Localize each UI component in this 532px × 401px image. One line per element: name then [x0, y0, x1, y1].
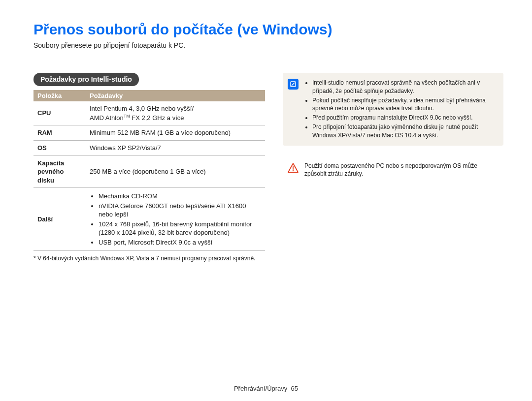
info-icon: [288, 79, 299, 90]
page-footer: Přehrávání/Úpravy 65: [0, 385, 532, 392]
table-row: RAM Minimum 512 MB RAM (1 GB a více dopo…: [33, 125, 265, 141]
footnote-text: * V 64-bitových vydáních Windows XP, Vis…: [33, 255, 265, 263]
svg-point-4: [293, 170, 294, 171]
row-label-cpu: CPU: [33, 101, 86, 125]
page-subtitle: Soubory přenesete po připojení fotoapará…: [33, 41, 503, 49]
row-label-ram: RAM: [33, 125, 86, 141]
list-item: Pro připojení fotoaparátu jako výměnného…: [312, 123, 497, 140]
row-value-ram: Minimum 512 MB RAM (1 GB a více doporuče…: [86, 125, 265, 141]
trademark-symbol: TM: [124, 114, 130, 119]
svg-line-1: [292, 83, 295, 86]
footer-section: Přehrávání/Úpravy: [234, 385, 287, 392]
row-value-other: Mechanika CD-ROM nVIDIA Geforce 7600GT n…: [86, 188, 265, 251]
table-header-requirements: Požadavky: [86, 90, 265, 101]
table-header-item: Položka: [33, 90, 86, 101]
row-value-os: Windows XP SP2/Vista/7: [86, 140, 265, 155]
list-item: Pokud počítač nesplňuje požadavky, videa…: [312, 96, 497, 113]
row-value-cpu: Intel Pentium 4, 3,0 GHz nebo vyšší/ AMD…: [86, 101, 265, 125]
info-list: Intelli-studio nemusí pracovat správně n…: [304, 78, 497, 141]
cpu-line1: Intel Pentium 4, 3,0 GHz nebo vyšší/: [90, 105, 194, 112]
list-item: Před použitím programu nainstalujte Dire…: [312, 114, 497, 122]
row-value-hdd: 250 MB a více (doporučeno 1 GB a více): [86, 155, 265, 188]
warning-icon: [288, 162, 299, 173]
list-item: Mechanika CD-ROM: [99, 192, 261, 201]
left-column: Požadavky pro Intelli-studio Položka Pož…: [33, 73, 265, 263]
list-item: nVIDIA Geforce 7600GT nebo lepší/série A…: [99, 202, 261, 219]
list-item: USB port, Microsoft DirectX 9.0c a vyšší: [99, 238, 261, 247]
row-label-other: Další: [33, 188, 86, 251]
table-row: Další Mechanika CD-ROM nVIDIA Geforce 76…: [33, 188, 265, 251]
content-columns: Požadavky pro Intelli-studio Položka Pož…: [33, 73, 503, 263]
page-title: Přenos souborů do počítače (ve Windows): [33, 21, 503, 38]
info-callout: Intelli-studio nemusí pracovat správně n…: [283, 73, 503, 146]
row-label-os: OS: [33, 140, 86, 155]
cpu-line2a: AMD Athlon: [90, 114, 124, 122]
row-label-hdd: Kapacita pevného disku: [33, 155, 86, 188]
table-row: CPU Intel Pentium 4, 3,0 GHz nebo vyšší/…: [33, 101, 265, 125]
other-list: Mechanika CD-ROM nVIDIA Geforce 7600GT n…: [90, 192, 261, 247]
table-row: Kapacita pevného disku 250 MB a více (do…: [33, 155, 265, 188]
right-column: Intelli-studio nemusí pracovat správně n…: [283, 73, 503, 194]
warning-text: Použití doma postaveného PC nebo s nepod…: [304, 161, 497, 179]
cpu-line2b: FX 2,2 GHz a více: [130, 114, 184, 122]
list-item: Intelli-studio nemusí pracovat správně n…: [312, 79, 497, 95]
requirements-table: Položka Požadavky CPU Intel Pentium 4, 3…: [33, 90, 265, 251]
table-row: OS Windows XP SP2/Vista/7: [33, 140, 265, 155]
list-item: 1024 x 768 pixelů, 16-bit barevný kompat…: [99, 220, 261, 237]
section-heading-pill: Požadavky pro Intelli-studio: [33, 73, 139, 86]
footer-page-number: 65: [291, 385, 298, 392]
document-page: Přenos souborů do počítače (ve Windows) …: [0, 0, 532, 401]
warning-callout: Použití doma postaveného PC nebo s nepod…: [283, 156, 503, 184]
